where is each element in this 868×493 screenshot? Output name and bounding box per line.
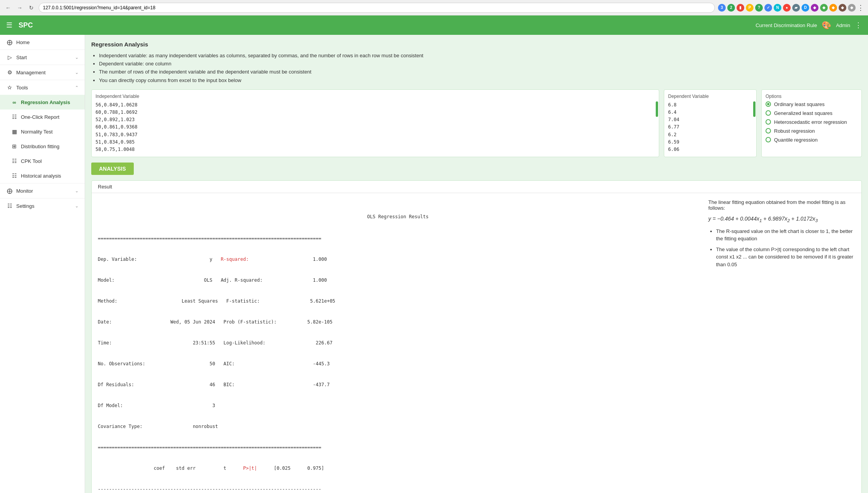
sidebar-item-historical[interactable]: ☷ Historical analysis: [0, 168, 85, 183]
ext-icon-5[interactable]: ?: [755, 4, 763, 12]
management-icon: ⚙: [6, 69, 13, 76]
ext-icon-11[interactable]: ◆: [811, 4, 819, 12]
sidebar-item-normality-label: Normality Test: [21, 129, 53, 135]
admin-label: Admin: [836, 22, 850, 28]
sidebar-item-oneclick[interactable]: ☷ One-Click Report: [0, 110, 85, 124]
app: ☰ SPC Current Discrimination Rule 🎨 Admi…: [0, 15, 868, 493]
panel-title: Regression Analysis: [91, 41, 862, 48]
app-title: SPC: [19, 21, 33, 29]
sidebar-item-home-label: Home: [16, 39, 30, 45]
palette-icon[interactable]: 🎨: [822, 21, 831, 30]
table-dep-var: Dep. Variable: y R-squared: 1.000: [98, 256, 701, 263]
tools-icon: ✫: [6, 84, 13, 91]
ext-icon-6[interactable]: ✓: [764, 4, 772, 12]
cpk-icon: ☷: [11, 157, 18, 164]
discrimination-rule-label: Current Discrimination Rule: [755, 22, 817, 28]
browser-extensions: 3 2 ▮ P ? ✓ N ● ▰ D ◆ ◆ ◆ ◆ ◆ ⋮: [718, 3, 864, 12]
options-section: Options Ordinary least squares Generaliz…: [761, 89, 862, 157]
sidebar-item-oneclick-label: One-Click Report: [21, 114, 60, 120]
sidebar-item-regression-label: Regression Analysis: [21, 99, 70, 105]
table-method: Method: Least Squares F-statistic: 5.621…: [98, 298, 701, 305]
equation: y = −0.464 + 0.0044x1 + 6.9897x2 + 1.017…: [708, 216, 855, 223]
sidebar-item-regression[interactable]: ∞ Regression Analysis: [0, 95, 85, 110]
table-sep-top: ========================================…: [98, 235, 701, 242]
option-ols[interactable]: Ordinary least squares: [766, 101, 858, 107]
ext-icon-15[interactable]: ◆: [848, 4, 856, 12]
result-bullets: The R-squared value on the left chart is…: [708, 228, 855, 269]
settings-arrow-icon: ⌄: [75, 204, 78, 209]
historical-icon: ☷: [11, 172, 18, 179]
option-het[interactable]: Heteroscedastic error regression: [766, 119, 858, 125]
kebab-menu-icon[interactable]: ⋮: [855, 21, 862, 29]
option-quantile-label: Quantile regression: [774, 137, 818, 143]
management-arrow-icon: ⌄: [75, 70, 78, 75]
result-tab[interactable]: Result: [92, 181, 861, 193]
ext-icon-9[interactable]: ▰: [792, 4, 800, 12]
sidebar-item-start-label: Start: [16, 55, 27, 60]
sidebar-item-management-label: Management: [16, 70, 46, 75]
start-arrow-icon: ⌄: [75, 55, 78, 60]
forward-button[interactable]: →: [15, 3, 24, 12]
ext-icon-13[interactable]: ◆: [829, 4, 837, 12]
option-robust[interactable]: Robust regression: [766, 128, 858, 134]
ext-icon-14[interactable]: ◆: [839, 4, 846, 12]
table-df-model: Df Model: 3: [98, 402, 701, 409]
options-label: Options: [766, 94, 858, 99]
home-icon: ⨁: [6, 39, 13, 46]
ext-icon-10[interactable]: D: [801, 4, 809, 12]
ext-icon-3[interactable]: ▮: [737, 4, 744, 12]
independent-variable-input[interactable]: 56,0.849,1.0628 60,0.788,1.0692 52,0.892…: [95, 101, 655, 152]
bullet-1: The R-squared value on the left chart is…: [716, 228, 855, 243]
radio-quantile[interactable]: [766, 137, 771, 142]
ext-icon-7[interactable]: N: [774, 4, 781, 12]
sidebar-item-monitor[interactable]: ⨁ Monitor ⌄: [0, 183, 85, 199]
oneclick-icon: ☷: [11, 113, 18, 120]
regression-panel: Regression Analysis Independent variable…: [85, 35, 868, 493]
independent-scrollbar: [656, 101, 658, 117]
input-row: Independent Variable 56,0.849,1.0628 60,…: [91, 89, 862, 157]
table-model: Model: OLS Adj. R-squared: 1.000: [98, 277, 701, 284]
sidebar-item-management[interactable]: ⚙ Management ⌄: [0, 65, 85, 80]
tools-arrow-icon: ⌃: [75, 85, 78, 90]
ext-icon-4[interactable]: P: [746, 4, 754, 12]
sidebar-item-historical-label: Historical analysis: [21, 173, 61, 179]
independent-variable-label: Independent Variable: [95, 94, 655, 99]
hamburger-icon[interactable]: ☰: [6, 21, 12, 29]
ext-icon-12[interactable]: ◆: [820, 4, 828, 12]
regression-table: OLS Regression Results =================…: [98, 199, 701, 493]
table-title: OLS Regression Results: [98, 213, 701, 220]
back-button[interactable]: ←: [4, 3, 12, 12]
reload-button[interactable]: ↻: [27, 3, 36, 12]
ext-icon-2[interactable]: 2: [727, 4, 735, 12]
top-nav: ☰ SPC Current Discrimination Rule 🎨 Admi…: [0, 15, 868, 35]
address-bar[interactable]: [39, 3, 715, 13]
ext-icon-1[interactable]: 3: [718, 4, 726, 12]
sidebar-item-home[interactable]: ⨁ Home: [0, 35, 85, 50]
info-title: The linear fitting equation obtained fro…: [708, 199, 855, 211]
radio-het[interactable]: [766, 119, 771, 125]
option-het-label: Heteroscedastic error regression: [774, 119, 847, 125]
dependent-variable-section: Dependent Variable 6.8 6.4 7.04 6.77 6.2…: [664, 89, 757, 157]
sidebar-item-start[interactable]: ▷ Start ⌄: [0, 50, 85, 65]
sidebar-item-normality[interactable]: ▦ Normality Test: [0, 124, 85, 139]
analysis-button[interactable]: ANALYSIS: [91, 163, 134, 175]
normality-icon: ▦: [11, 128, 18, 135]
radio-robust[interactable]: [766, 128, 771, 134]
radio-ols[interactable]: [766, 101, 771, 107]
sidebar-item-tools[interactable]: ✫ Tools ⌃: [0, 80, 85, 95]
sidebar-item-cpk[interactable]: ☷ CPK Tool: [0, 154, 85, 168]
option-quantile[interactable]: Quantile regression: [766, 137, 858, 143]
dependent-variable-input[interactable]: 6.8 6.4 7.04 6.77 6.2 6.59 6.06: [668, 101, 752, 152]
main-area: ⨁ Home ▷ Start ⌄ ⚙ Management ⌄ ✫ Tools …: [0, 35, 868, 493]
result-panel: Result OLS Regression Results ==========…: [91, 180, 862, 493]
table-time: Time: 23:51:55 Log-Likelihood: 226.67: [98, 339, 701, 346]
sidebar-item-settings[interactable]: ☷ Settings ⌄: [0, 199, 85, 213]
result-info: The linear fitting equation obtained fro…: [708, 199, 855, 493]
instruction-2: Dependent variable: one column: [99, 60, 862, 67]
more-options[interactable]: ⋮: [857, 3, 864, 12]
radio-gls[interactable]: [766, 110, 771, 116]
ext-icon-8[interactable]: ●: [783, 4, 791, 12]
option-gls[interactable]: Generalized least squares: [766, 110, 858, 116]
result-content: OLS Regression Results =================…: [92, 193, 861, 493]
sidebar-item-distribution[interactable]: ⊞ Distribution fitting: [0, 139, 85, 154]
